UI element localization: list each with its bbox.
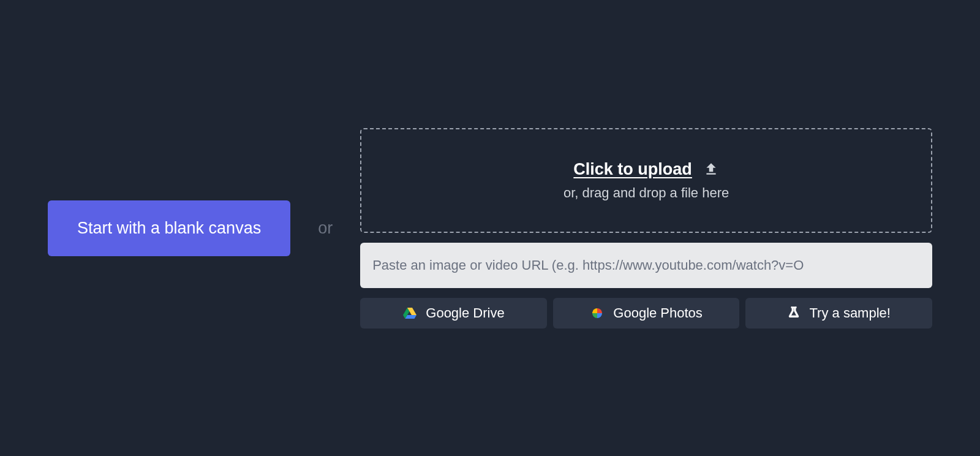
main-container: Start with a blank canvas or Click to up…	[0, 128, 980, 329]
google-photos-icon	[590, 306, 605, 321]
google-photos-label: Google Photos	[613, 305, 703, 321]
blank-canvas-label: Start with a blank canvas	[77, 219, 261, 237]
flask-icon	[787, 306, 801, 320]
button-row: Google Drive Google Photos Tr	[360, 298, 932, 329]
upload-icon	[703, 161, 719, 177]
upload-dropzone[interactable]: Click to upload or, drag and drop a file…	[360, 128, 932, 233]
google-drive-icon	[402, 306, 417, 321]
upload-subtitle: or, drag and drop a file here	[564, 185, 729, 201]
blank-canvas-button[interactable]: Start with a blank canvas	[48, 200, 290, 256]
try-sample-label: Try a sample!	[809, 305, 890, 321]
upload-title-row: Click to upload	[573, 160, 719, 179]
google-drive-label: Google Drive	[426, 305, 504, 321]
upload-title: Click to upload	[573, 160, 692, 179]
google-drive-button[interactable]: Google Drive	[360, 298, 547, 329]
try-sample-button[interactable]: Try a sample!	[745, 298, 932, 329]
upload-section: Click to upload or, drag and drop a file…	[360, 128, 932, 329]
google-photos-button[interactable]: Google Photos	[553, 298, 740, 329]
url-input[interactable]	[360, 243, 932, 288]
or-separator: or	[318, 219, 333, 238]
